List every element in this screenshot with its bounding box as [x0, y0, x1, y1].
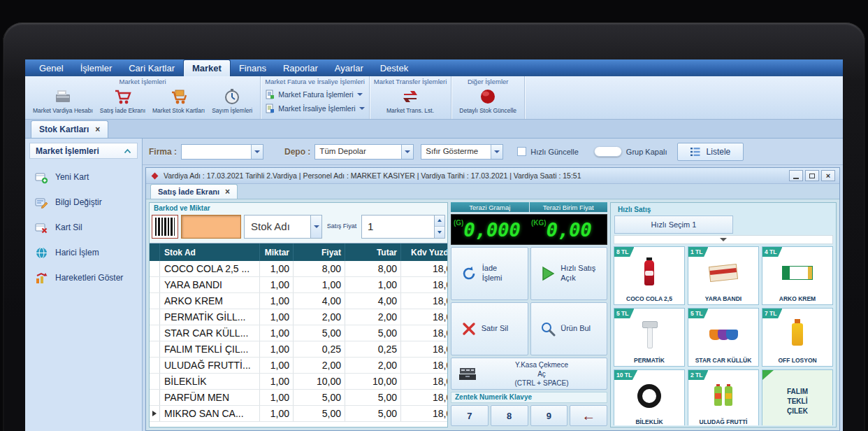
sidebar-item-bilgi-degistir[interactable]: Bilgi Değiştir [25, 190, 142, 215]
numpad-key-7[interactable]: 7 [451, 405, 489, 426]
hizli-satis-acik-button[interactable]: Hızlı Satış Açık [530, 247, 608, 300]
product-card-falim[interactable]: FALIM TEKLİ ÇILEK [762, 369, 833, 425]
numpad-key-8[interactable]: 8 [491, 405, 528, 426]
menu-cari-kartlar[interactable]: Cari Kartlar [120, 60, 183, 76]
dropdown-button[interactable] [491, 145, 502, 159]
product-card-permatik[interactable]: 5 TL PERMATİK [614, 308, 685, 367]
ribbon-group-caption: Market Fatura ve İrsaliye İşlemleri [265, 77, 365, 87]
numpad-backspace-key[interactable]: ← [570, 405, 607, 426]
hizli-guncelle-checkbox[interactable] [517, 147, 526, 156]
minimize-button[interactable] [789, 170, 803, 181]
table-row[interactable]: COCO COLA 2,5 ...1,008,008,0018,00 [150, 261, 447, 277]
depo-combo[interactable]: Tüm Depolar [314, 144, 414, 160]
chevron-down-icon [254, 150, 260, 153]
product-card-arko-krem[interactable]: 4 TL ARKO KREM [762, 246, 833, 305]
table-row[interactable]: FALIM TEKLİ ÇIL...1,000,250,2518,00 [150, 341, 447, 358]
window-title-bar[interactable]: Vardiya Adı : 17.03.2021 Tarihli 2.Vardi… [146, 168, 839, 184]
table-row[interactable]: MIKRO SAN CA...1,005,005,0018,00 [150, 406, 447, 422]
product-card-uludag-frutti[interactable]: 2 TL ULUDAĞ FRUTTİ [688, 369, 759, 425]
terazi-birim-fiyat-header: Terazi Birim Fiyat [530, 202, 608, 212]
market-stok-kartlari-button[interactable]: Market Stok Kartları [149, 87, 208, 115]
market-fatura-islemleri-button[interactable]: Market Fatura İşlemleri [265, 90, 365, 99]
col-kdv-yuzde[interactable]: Kdv Yuzde [401, 243, 447, 261]
dropdown-button[interactable] [251, 145, 263, 159]
product-card-coco-cola[interactable]: 8 TL COCO COLA 2,5 [614, 246, 685, 305]
col-stok-ad[interactable]: Stok Ad [160, 243, 260, 261]
product-name: STAR CAR KÜLLÜK [689, 358, 758, 365]
cell-kdv: 18,00 [401, 341, 447, 357]
cell-fiyat: 2,00 [294, 309, 345, 325]
quick-sale-scroll-strip[interactable] [614, 235, 833, 244]
stok-adi-combo[interactable]: Stok Adı [244, 215, 322, 239]
detayli-stok-guncelle-button[interactable]: Detaylı Stok Güncelle [456, 87, 520, 115]
col-tutar[interactable]: Tutar [345, 243, 401, 261]
iade-islemi-button[interactable]: İade İşlemi [451, 247, 528, 300]
product-card-off-losyon[interactable]: 7 TL OFF LOSYON [762, 308, 833, 367]
table-row[interactable]: ARKO KREM1,004,004,0018,00 [150, 293, 447, 309]
market-trans-lst-button[interactable]: Market Trans. Lst. [383, 87, 437, 115]
spinner-buttons[interactable] [434, 216, 444, 238]
sayim-islemleri-button[interactable]: Sayım İşlemleri [208, 87, 256, 115]
tab-stok-kartlari[interactable]: Stok Kartları × [31, 120, 108, 138]
firma-combo[interactable] [181, 144, 263, 160]
listele-button[interactable]: Listele [677, 143, 744, 161]
menu-ayarlar[interactable]: Ayarlar [326, 60, 372, 76]
barcode-input[interactable] [181, 215, 241, 239]
table-row[interactable]: PARFÜM MEN1,005,005,0018,00 [150, 390, 447, 406]
menu-market[interactable]: Market [183, 59, 231, 76]
sifir-gosterme-combo[interactable]: Sıfır Gösterme [421, 144, 503, 160]
menu-finans[interactable]: Finans [231, 60, 275, 76]
spin-up-button[interactable] [435, 216, 444, 227]
satis-iade-ekrani-button[interactable]: Satış İade Ekranı [96, 87, 149, 115]
ribbon-button-label: Sayım İşlemleri [212, 107, 252, 114]
restore-button[interactable] [805, 170, 819, 181]
table-row[interactable]: ULUDAĞ FRUTTİ...1,002,002,0018,00 [150, 358, 447, 374]
menu-islemler[interactable]: İşlemler [72, 60, 121, 76]
table-row[interactable]: YARA BANDI1,001,001,0018,00 [150, 277, 447, 293]
chevron-down-icon [720, 238, 727, 241]
product-card-yara-bandi[interactable]: 1 TL YARA BANDI [688, 246, 759, 305]
sidebar-item-hareketleri-goster[interactable]: Hareketleri Göster [25, 265, 142, 290]
tab-close-icon[interactable]: × [95, 126, 100, 133]
col-miktar[interactable]: Miktar [260, 243, 294, 261]
product-card-star-car-kulluk[interactable]: 5 TL STAR CAR KÜLLÜK [688, 308, 759, 367]
satis-fiyat-input[interactable]: 1 [361, 215, 445, 239]
table-row[interactable]: PERMATİK GİLL...1,002,002,0018,00 [150, 309, 447, 325]
market-irsaliye-islemleri-button[interactable]: Market İrsaliye İşlemleri [265, 104, 365, 113]
ashtray-cups-image [709, 330, 738, 340]
dropdown-button[interactable] [310, 216, 321, 238]
cell-stok-ad: BİLEKLİK [160, 374, 260, 389]
tab-close-icon[interactable]: × [225, 188, 230, 195]
col-fiyat[interactable]: Fiyat [294, 243, 345, 261]
dropdown-button[interactable] [401, 145, 413, 159]
chevron-down-icon [314, 225, 319, 228]
product-card-bileklik[interactable]: 10 TL BİLEKLİK [614, 369, 685, 425]
cell-kdv: 18,00 [401, 390, 447, 405]
sidebar-item-yeni-kart[interactable]: Yeni Kart [25, 164, 142, 190]
satir-sil-button[interactable]: Satır Sil [451, 302, 528, 355]
table-row[interactable]: STAR CAR KÜLL...1,005,005,0018,00 [150, 325, 447, 341]
menu-raporlar[interactable]: Raporlar [275, 60, 326, 76]
market-vardiya-hesabi-button[interactable]: Market Vardiya Hesabı [29, 87, 96, 115]
menu-bar: Genel İşlemler Cari Kartlar Market Finan… [25, 59, 843, 76]
action-label: İade İşlemi [482, 264, 519, 283]
menu-genel[interactable]: Genel [31, 60, 72, 76]
table-row[interactable]: BİLEKLİK1,0010,0010,0018,00 [150, 374, 447, 390]
cell-stok-ad: PARFÜM MEN [160, 390, 260, 405]
sidebar-item-harici-islem[interactable]: Harici İşlem [25, 240, 142, 265]
spin-down-button[interactable] [435, 226, 444, 238]
sidebar-item-kart-sil[interactable]: Kart Sil [25, 215, 142, 240]
cell-kdv: 18,00 [401, 325, 447, 341]
row-indicator [150, 309, 160, 325]
cell-tutar: 5,00 [345, 406, 401, 421]
hizli-secim-button[interactable]: Hızlı Seçim 1 [614, 216, 733, 234]
menu-destek[interactable]: Destek [372, 60, 417, 76]
numpad-key-9[interactable]: 9 [530, 405, 568, 426]
ykasa-cekmece-button[interactable]: Y.Kasa Çekmece Aç (CTRL + SPACE) [451, 358, 607, 390]
vardiya-window: Vardiya Adı : 17.03.2021 Tarihli 2.Vardi… [145, 167, 840, 431]
tab-satis-iade-ekrani[interactable]: Satış İade Ekranı × [150, 184, 238, 199]
grup-toggle[interactable] [594, 146, 622, 157]
close-button[interactable]: × [821, 170, 835, 181]
urun-bul-button[interactable]: Ürün Bul [530, 302, 608, 355]
sidebar-header[interactable]: Market İşlemleri [29, 143, 138, 159]
